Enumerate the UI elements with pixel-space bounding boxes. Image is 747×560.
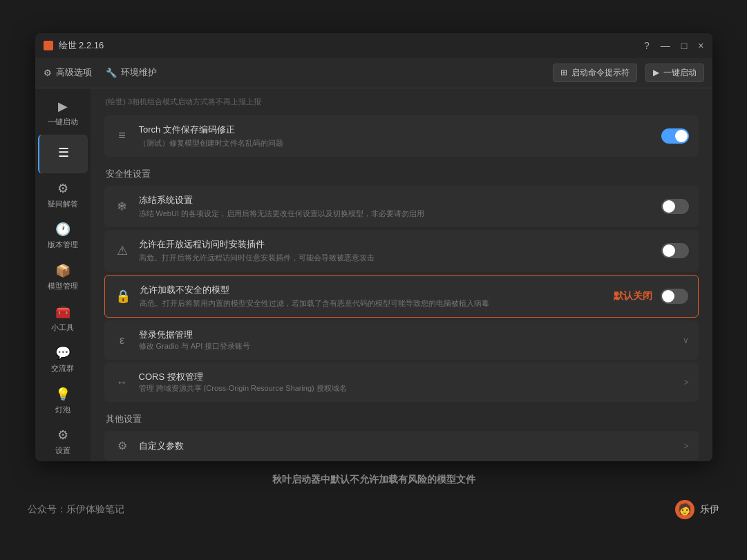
sidebar-item-quick-start[interactable]: ▶ 一键启动 — [38, 94, 88, 133]
avatar: 🧑 — [675, 500, 694, 519]
torch-encoding-toggle[interactable] — [661, 128, 689, 144]
question-icon: ⚙ — [57, 181, 68, 196]
avatar-emoji: 🧑 — [678, 503, 692, 516]
torch-encoding-row: ≡ Torch 文件保存编码修正 （测试）修复模型创建时文件名乱码的问题 — [104, 115, 699, 157]
footer: 公众号：乐伊体验笔记 🧑 乐伊 — [0, 492, 747, 528]
cmd-prompt-button[interactable]: ⊞ 启动命令提示符 — [553, 64, 637, 82]
window-controls: ? — □ × — [644, 40, 703, 51]
toolbar-right: ⊞ 启动命令提示符 ▶ 一键启动 — [553, 64, 704, 82]
chat-icon: 💬 — [55, 345, 70, 360]
freeze-desc: 冻结 WebUI 的各项设定，启用后将无法更改任何设置以及切换模型，非必要请勿启… — [139, 209, 653, 219]
sidebar-item-model[interactable]: 📦 模型管理 — [38, 258, 88, 297]
remote-desc: 高危。打开后将允许远程访问时任意安装插件，可能会导致被恶意攻击 — [139, 253, 653, 263]
app-icon — [44, 41, 53, 50]
cors-desc: 管理 跨域资源共享 (Cross-Origin Resource Sharing… — [139, 383, 676, 394]
freeze-system-row: ❄ 冻结系统设置 冻结 WebUI 的各项设定，启用后将无法更改任何设置以及切换… — [104, 186, 699, 227]
wrench-icon: 🔧 — [106, 68, 117, 78]
freeze-title: 冻结系统设置 — [139, 194, 653, 206]
play-icon: ▶ — [58, 99, 68, 114]
list-icon: ☰ — [58, 145, 69, 160]
user-name: 乐伊 — [700, 503, 719, 516]
lightbulb-icon: 💡 — [55, 387, 70, 402]
remote-title: 允许在开放远程访问时安装插件 — [139, 238, 653, 251]
outer-wrapper: 绘世 2.2.16 ? — □ × ⚙ 高级选项 🔧 环境维护 — [0, 0, 747, 560]
torch-encoding-title: Torch 文件保存编码修正 — [139, 124, 653, 136]
freeze-toggle[interactable] — [661, 199, 689, 214]
sidebar-item-settings[interactable]: ⚙ 设置 — [38, 423, 88, 461]
unsafe-toggle[interactable] — [661, 289, 688, 304]
params-chevron: > — [683, 441, 688, 451]
close-button[interactable]: × — [698, 40, 703, 51]
sidebar-item-version[interactable]: 🕐 版本管理 — [38, 217, 88, 255]
sidebar-item-troubleshoot[interactable]: ⚙ 疑问解答 — [38, 176, 88, 215]
toolbar: ⚙ 高级选项 🔧 环境维护 ⊞ 启动命令提示符 ▶ 一键启动 — [35, 58, 712, 88]
cors-chevron: > — [683, 378, 688, 387]
toolbar-advanced[interactable]: ⚙ 高级选项 — [44, 66, 92, 79]
one-click-button[interactable]: ▶ 一键启动 — [645, 64, 704, 82]
remote-toggle[interactable] — [661, 243, 689, 258]
default-off-badge: 默认关闭 — [614, 290, 652, 302]
tools-icon: 🧰 — [55, 305, 70, 320]
public-account-label: 公众号：乐伊体验笔记 — [28, 503, 124, 516]
settings-icon: ⚙ — [57, 427, 68, 443]
unsafe-title: 允许加载不安全的模型 — [140, 284, 605, 296]
other-settings-header: 其他设置 — [104, 413, 699, 425]
credentials-title: 登录凭据管理 — [139, 329, 674, 341]
main-body: ▶ 一键启动 ☰ ⚙ 疑问解答 🕐 版本管理 📦 模型管理 — [35, 88, 712, 461]
gear-icon: ⚙ — [44, 68, 52, 78]
cors-row[interactable]: ↔ CORS 授权管理 管理 跨域资源共享 (Cross-Origin Reso… — [104, 363, 699, 402]
sidebar: ▶ 一键启动 ☰ ⚙ 疑问解答 🕐 版本管理 📦 模型管理 — [35, 88, 91, 461]
allow-unsafe-row: 🔒 允许加载不安全的模型 高危。打开后将禁用内置的模型安全性过滤，若加载了含有恶… — [104, 275, 699, 318]
security-section-header: 安全性设置 — [104, 168, 699, 180]
clock-icon: 🕐 — [55, 222, 70, 237]
app-window: 绘世 2.2.16 ? — □ × ⚙ 高级选项 🔧 环境维护 — [35, 33, 712, 461]
credentials-row[interactable]: ε 登录凭据管理 修改 Gradio 与 API 接口登录账号 ∨ — [104, 320, 699, 360]
cors-title: CORS 授权管理 — [139, 371, 676, 383]
help-button[interactable]: ? — [644, 40, 650, 51]
encoding-icon: ≡ — [114, 128, 131, 143]
snowflake-icon: ❄ — [114, 199, 131, 214]
warning-icon: ⚠ — [114, 243, 131, 258]
maximize-button[interactable]: □ — [681, 40, 687, 51]
custom-params-row[interactable]: ⚙ 自定义参数 > — [104, 431, 699, 461]
title-bar: 绘世 2.2.16 ? — □ × — [35, 33, 712, 58]
box-icon: 📦 — [55, 263, 70, 278]
params-icon: ⚙ — [114, 439, 131, 452]
cors-icon: ↔ — [114, 376, 131, 389]
sidebar-item-community[interactable]: 💬 交流群 — [38, 340, 88, 379]
credentials-desc: 修改 Gradio 与 API 接口登录账号 — [139, 341, 674, 351]
title-bar-left: 绘世 2.2.16 — [44, 39, 104, 52]
credentials-chevron: ∨ — [683, 336, 689, 345]
sidebar-item-list[interactable]: ☰ — [38, 135, 88, 173]
content-area[interactable]: (绘世) 3相机组合模式启动方式将不再上报上报 ≡ Torch 文件保存编码修正… — [91, 88, 712, 461]
unsafe-desc: 高危。打开后将禁用内置的模型安全性过滤，若加载了含有恶意代码的模型可能导致您的电… — [140, 298, 605, 309]
sidebar-item-lightbulb[interactable]: 💡 灯泡 — [38, 381, 88, 420]
user-info: 🧑 乐伊 — [675, 500, 719, 519]
params-title: 自定义参数 — [139, 440, 676, 452]
credentials-icon: ε — [114, 334, 131, 347]
toolbar-left: ⚙ 高级选项 🔧 环境维护 — [44, 66, 539, 79]
allow-remote-row: ⚠ 允许在开放远程访问时安装插件 高危。打开后将允许远程访问时任意安装插件，可能… — [104, 230, 699, 271]
torch-encoding-desc: （测试）修复模型创建时文件名乱码的问题 — [139, 138, 653, 148]
sidebar-item-tools[interactable]: 🧰 小工具 — [38, 299, 88, 338]
breadcrumb: (绘世) 3相机组合模式启动方式将不再上报上报 — [104, 97, 699, 107]
terminal-icon: ⊞ — [560, 68, 567, 77]
play-icon: ▶ — [653, 68, 659, 77]
minimize-button[interactable]: — — [661, 40, 670, 51]
lock-icon: 🔒 — [115, 289, 131, 304]
bottom-caption: 秋叶启动器中默认不允许加载有风险的模型文件 — [272, 474, 475, 486]
window-title: 绘世 2.2.16 — [59, 39, 104, 52]
toolbar-env[interactable]: 🔧 环境维护 — [106, 66, 157, 79]
